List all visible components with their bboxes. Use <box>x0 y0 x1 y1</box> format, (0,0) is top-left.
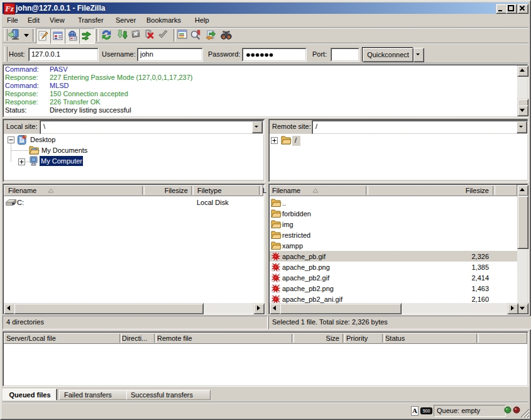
svg-text:A: A <box>412 407 417 414</box>
svg-text:500: 500 <box>423 409 430 413</box>
